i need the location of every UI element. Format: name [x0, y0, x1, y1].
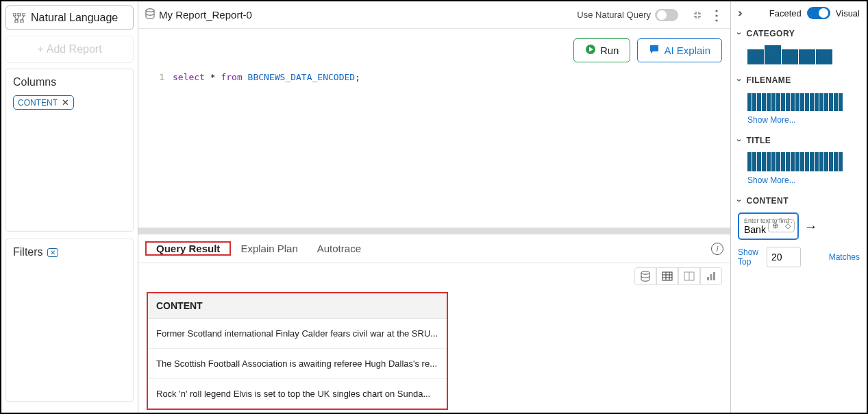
svg-rect-3 [15, 20, 18, 23]
ai-explain-label: AI Explain [664, 45, 710, 56]
svg-rect-18 [707, 277, 709, 280]
collapse-icon[interactable] [691, 8, 704, 22]
svg-line-7 [22, 16, 24, 20]
results-table: CONTENT Former Scotland international Fi… [147, 292, 448, 410]
column-chip-content[interactable]: CONTENT ✕ [13, 95, 74, 110]
title-show-more[interactable]: Show More... [747, 175, 860, 185]
facet-content-header[interactable]: ›CONTENT [738, 196, 860, 206]
info-icon[interactable]: i [711, 243, 723, 255]
matches-label: Matches [829, 252, 860, 262]
chevron-down-icon: › [734, 199, 744, 203]
ai-explain-button[interactable]: AI Explain [637, 38, 722, 62]
svg-point-10 [641, 271, 649, 274]
add-report-label: Add Report [47, 43, 102, 56]
submit-search-icon[interactable]: → [804, 219, 818, 234]
table-row[interactable]: Former Scotland international Finlay Cal… [147, 319, 447, 349]
chevron-down-icon: › [734, 32, 744, 36]
clear-filters-icon[interactable]: ✕ [47, 248, 58, 257]
svg-rect-20 [713, 272, 715, 280]
natural-language-button[interactable]: Natural Language [5, 5, 134, 30]
play-icon [585, 44, 596, 57]
natural-language-label: Natural Language [31, 12, 118, 24]
add-report-button[interactable]: + Add Report [5, 36, 134, 63]
erase-icon[interactable]: ◇ [782, 220, 794, 232]
show-top-input[interactable] [767, 247, 801, 267]
use-natural-query-toggle[interactable] [655, 9, 678, 21]
chevron-down-icon: › [734, 139, 744, 143]
svg-line-5 [14, 16, 16, 20]
plus-icon: + [37, 43, 43, 56]
svg-rect-0 [13, 13, 16, 16]
facet-filename: ›FILENAME Show More... [738, 75, 860, 125]
run-label: Run [600, 45, 619, 56]
facet-filename-header[interactable]: ›FILENAME [738, 75, 860, 85]
column-header-content[interactable]: CONTENT [147, 293, 447, 319]
zoom-in-icon[interactable]: ⊕ [769, 220, 782, 232]
more-menu-icon[interactable]: ⋮ [710, 8, 723, 22]
result-tabs: Query Result Explain Plan Autotrace i [138, 234, 730, 263]
column-chip-label: CONTENT [18, 98, 58, 108]
view-db-icon[interactable] [634, 267, 656, 285]
faceted-label: Faceted [769, 8, 802, 19]
facet-category: ›CATEGORY [738, 29, 860, 64]
tab-autotrace[interactable]: Autotrace [308, 234, 371, 263]
category-bars[interactable] [747, 45, 860, 64]
graph-icon [13, 13, 25, 23]
svg-rect-4 [21, 20, 23, 23]
report-title: My Report_Report-0 [159, 9, 577, 21]
columns-panel: Columns CONTENT ✕ [5, 69, 134, 232]
use-natural-query-label: Use Natural Query [577, 10, 651, 20]
sql-editor[interactable]: 1 select * from BBCNEWS_DATA_ENCODED; [138, 72, 730, 228]
visual-toggle[interactable] [807, 7, 830, 19]
view-grid-icon[interactable] [656, 267, 678, 285]
facet-category-header[interactable]: ›CATEGORY [738, 29, 860, 38]
show-top-label: Show Top [738, 247, 761, 267]
code-line: select * from BBCNEWS_DATA_ENCODED; [173, 72, 360, 82]
columns-title: Columns [13, 76, 126, 88]
line-number: 1 [152, 72, 173, 82]
table-row[interactable]: Rock 'n' roll legend Elvis is set to top… [147, 379, 447, 410]
filters-panel: Filters ✕ [5, 239, 134, 402]
collapse-right-icon[interactable]: ›› [738, 7, 740, 19]
remove-chip-icon[interactable]: ✕ [62, 97, 69, 108]
table-row[interactable]: The Scottish Football Association is awa… [147, 349, 447, 379]
facets-sidebar: ›› Faceted Visual ›CATEGORY ›FILENAME Sh… [731, 1, 867, 413]
facet-title-header[interactable]: ›TITLE [738, 136, 860, 145]
filename-show-more[interactable]: Show More... [747, 115, 860, 125]
view-split-icon[interactable] [678, 267, 700, 285]
run-button[interactable]: Run [573, 38, 631, 62]
chevron-down-icon: › [734, 79, 744, 82]
filename-bars[interactable] [747, 92, 860, 111]
svg-line-6 [17, 16, 19, 20]
title-bars[interactable] [747, 152, 860, 171]
horizontal-scrollbar[interactable] [138, 228, 730, 234]
database-icon [145, 8, 155, 21]
svg-point-8 [146, 9, 154, 12]
filters-title: Filters [13, 246, 43, 258]
visual-label: Visual [836, 8, 860, 19]
view-mode-buttons [138, 263, 730, 289]
action-bar: Run AI Explain [138, 29, 730, 72]
view-chart-icon[interactable] [700, 267, 722, 285]
facet-title: ›TITLE Show More... [738, 136, 860, 185]
svg-rect-19 [710, 274, 712, 280]
chat-icon [649, 44, 660, 57]
editor-topbar: My Report_Report-0 Use Natural Query ⋮ [138, 1, 730, 29]
svg-rect-11 [662, 272, 672, 280]
facet-content: ›CONTENT Enter text to find : ⊕ ◇ → Show… [738, 196, 860, 267]
tab-explain-plan[interactable]: Explain Plan [231, 234, 307, 263]
svg-rect-2 [23, 13, 25, 16]
content-search-box: Enter text to find : ⊕ ◇ [738, 212, 799, 240]
svg-rect-1 [18, 13, 21, 16]
tab-query-result[interactable]: Query Result [147, 234, 230, 263]
